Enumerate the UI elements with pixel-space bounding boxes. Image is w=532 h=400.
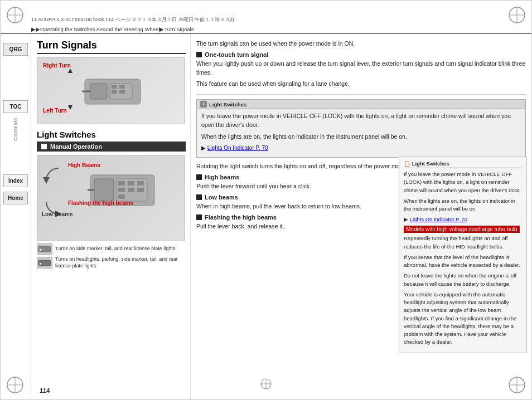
lights-on-link[interactable]: Lights On Indicator P. 70 [207,145,268,151]
right-extra-info: 📋 Light Switches If you leave the power … [399,157,527,353]
light-switches-note-box: i Light Switches If you leave the power … [196,99,526,158]
note-box-body: If you leave the power mode in VEHICLE O… [197,109,525,157]
icon-row-1: ▶ Turns on side marker, tail, and rear l… [37,243,186,255]
one-touch-title-text: One-touch turn signal [205,51,268,58]
extra-note-body1: If you leave the power mode in VEHICLE O… [404,170,522,194]
manual-op-label: Manual Operation [50,143,102,150]
arrow-down-icon: ▼ [66,103,74,111]
svg-rect-18 [119,90,125,94]
svg-rect-29 [118,194,125,199]
note-body-1: If you leave the power mode in VEHICLE O… [201,112,521,130]
turn-signals-section: Turn Signals Right Turn ▲ [37,40,186,124]
highlight-box-container: Models with high voltage discharge tube … [404,226,522,232]
svg-rect-25 [137,181,144,186]
one-touch-note: This feature can be used when signaling … [196,80,526,89]
left-column: Turn Signals Right Turn ▲ [31,34,190,399]
turn-signals-title: Turn Signals [37,40,186,54]
extra-note-body2: When the lights are on, the lights on in… [404,197,522,213]
highlight-label: Models with high voltage discharge tube … [404,226,520,233]
svg-text:■: ■ [40,262,42,265]
divider [196,94,526,95]
lights-on-link-container: ▶ Lights On Indicator P. 70 [201,144,521,152]
svg-rect-24 [128,181,134,186]
low-beams-sq-icon [196,194,202,200]
svg-rect-21 [94,179,114,201]
turn-signals-intro: The turn signals can be used when the po… [196,40,526,48]
indicator-arrow-icon: ▶ [404,216,410,222]
top-header: 11 ACURA ILX-31TX66100.book 114 ページ ２０１３… [1,1,531,34]
note-box-header: i Light Switches [197,100,525,109]
steering-column-graphic [79,68,146,113]
arrow-up-icon: ▲ [66,66,74,75]
right-column: The turn signals can be used when the po… [190,34,531,399]
extra-note-icon: 📋 [404,160,412,167]
svg-rect-27 [128,188,134,192]
page: 11 ACURA ILX-31TX66100.book 114 ページ ２０１３… [0,0,532,400]
sidebar-item-index[interactable]: Index [3,174,28,187]
bottom-center-decoration [259,377,273,392]
one-touch-square-icon [196,52,202,57]
sidebar-item-toc[interactable]: TOC [3,100,28,113]
sidebar-item-home[interactable]: Home [3,192,28,204]
sidebar: QRG TOC Controls Index Home [1,34,31,399]
body3-text: If you sense that the level of the headl… [404,253,522,270]
main-content: Turn Signals Right Turn ▲ [31,34,531,399]
svg-text:▶: ▶ [40,248,42,251]
flashing-label: Flashing the high beams [68,200,133,206]
note-header-text: Light Switches [209,101,246,108]
icon-row-1-text: Turns on side marker, tail, and rear lic… [55,246,175,252]
light-switches-title: Light Switches [37,130,186,139]
side-marker-icon: ▶ [37,243,52,255]
body5-text: Your vehicle is equipped with the automa… [404,291,522,347]
icon-row-2: ■ Turns on headlights, parking, side mar… [37,256,186,269]
extra-info-box: 📋 Light Switches If you leave the power … [399,157,527,353]
left-turn-label: Left Turn [43,108,67,114]
svg-rect-23 [118,181,125,186]
note-body-2: When the lights are on, the lights on in… [201,133,521,142]
note-icon: i [200,101,207,108]
arrow-icon: ▶ [201,145,207,151]
light-lever-graphic [88,167,160,214]
svg-rect-13 [90,84,107,99]
extra-note-header: 📋 Light Switches [404,160,522,168]
manual-operation-bar: Manual Operation [37,142,186,152]
high-beams-title-text: High beams [205,174,239,181]
sidebar-controls-label: Controls [13,118,18,141]
low-beams-title-text: Low beams [205,194,238,201]
low-beams-label: Low Beams [42,211,73,217]
page-number: 114 [40,387,50,394]
svg-rect-28 [137,188,144,192]
turn-signal-text-content: The turn signals can be used when the po… [196,40,526,89]
indicator-link-text[interactable]: Lights On Indicator P. 70 [410,216,467,222]
sidebar-item-qrg[interactable]: QRG [3,43,28,56]
flashing-title-text: Flashing the high beams [205,214,277,221]
turn-signal-diagram: Right Turn ▲ ▼ Left Turn [37,57,185,124]
svg-rect-15 [112,85,117,89]
light-switches-section: Light Switches Manual Operation High Bea… [37,130,186,269]
high-beams-sq-icon [196,174,202,180]
headlights-icon: ■ [37,257,52,269]
lights-on-indicator-link: ▶ Lights On Indicator P. 70 [404,216,522,222]
svg-rect-17 [112,90,117,94]
breadcrumb: ▶▶Operating the Switches Around the Stee… [31,26,194,32]
body4-text: Do not leave the lights on when the engi… [404,272,522,288]
one-touch-heading: One-touch turn signal [196,51,526,58]
svg-rect-16 [119,85,125,89]
svg-rect-26 [118,188,125,192]
highlight-body: Repeatedly turning the headlights on and… [404,235,522,251]
icon-row-2-text: Turns on headlights, parking, side marke… [55,256,186,269]
rotation-arrows-icon [42,160,75,232]
one-touch-body: When you lightly push up or down and rel… [196,60,526,77]
print-info: 11 ACURA ILX-31TX66100.book 114 ページ ２０１３… [31,16,235,23]
flashing-sq-icon [196,214,202,220]
extra-note-header-text: Light Switches [412,160,449,167]
manual-op-square-icon [41,144,47,149]
breadcrumb-text: ▶▶Operating the Switches Around the Stee… [31,26,194,32]
light-switch-diagram: High Beams [37,155,185,241]
icon-rows: ▶ Turns on side marker, tail, and rear l… [37,243,186,269]
